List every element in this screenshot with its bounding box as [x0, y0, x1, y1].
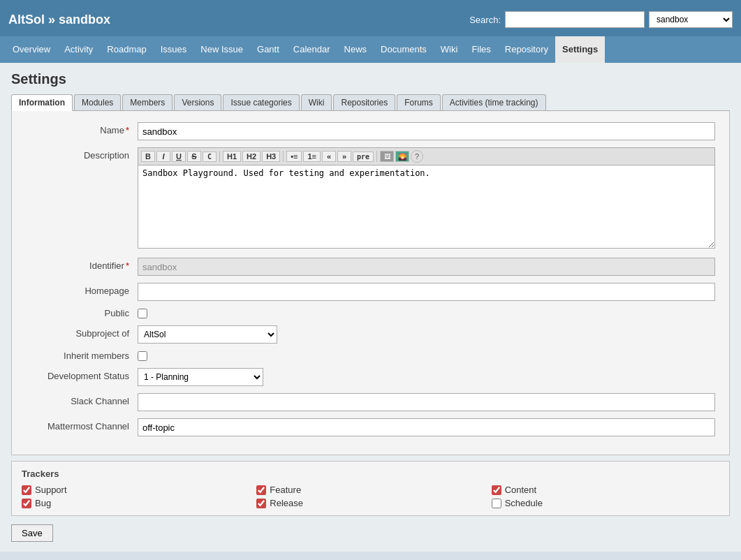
- homepage-row: Homepage: [26, 283, 715, 301]
- tracker-content-checkbox[interactable]: [492, 485, 501, 495]
- name-field: [138, 122, 715, 140]
- subproject-select[interactable]: AltSol: [138, 325, 277, 344]
- ol-button[interactable]: 1≡: [303, 151, 321, 162]
- tracker-release-label: Release: [270, 498, 303, 508]
- description-textarea[interactable]: Sandbox Playground. Used for testing and…: [138, 165, 715, 249]
- separator-1: [219, 151, 220, 162]
- tab-versions[interactable]: Versions: [174, 94, 221, 110]
- public-row: Public: [26, 308, 715, 318]
- image-icon[interactable]: 🖼: [380, 151, 394, 162]
- mattermost-input[interactable]: [138, 418, 715, 436]
- identifier-input: [138, 258, 715, 276]
- nav-item-repository[interactable]: Repository: [498, 36, 555, 63]
- underline-button[interactable]: U: [172, 151, 186, 162]
- slack-label: Slack Channel: [26, 393, 138, 406]
- main-nav: OverviewActivityRoadmapIssuesNew IssueGa…: [0, 36, 741, 63]
- tracker-content: Content: [492, 485, 719, 495]
- separator-2: [283, 151, 284, 162]
- h1-button[interactable]: H1: [223, 151, 241, 162]
- description-row: Description B I U S C H1 H2 H3 •≡: [26, 147, 715, 251]
- public-checkbox[interactable]: [138, 309, 147, 318]
- subproject-field: AltSol: [138, 325, 715, 344]
- help-button[interactable]: ?: [411, 150, 423, 163]
- slack-row: Slack Channel: [26, 393, 715, 411]
- trackers-section: Trackers Support Bug: [11, 461, 730, 516]
- tracker-bug-label: Bug: [35, 498, 51, 508]
- search-input[interactable]: [505, 11, 645, 28]
- tab-issue-categories[interactable]: Issue categories: [223, 94, 299, 110]
- nav-item-roadmap[interactable]: Roadmap: [100, 36, 153, 63]
- public-label: Public: [26, 308, 138, 318]
- save-area: Save: [11, 524, 730, 542]
- name-label: Name*: [26, 122, 138, 135]
- trackers-title: Trackers: [22, 469, 719, 479]
- nav-item-settings[interactable]: Settings: [555, 36, 605, 63]
- tracker-feature-label: Feature: [270, 485, 301, 495]
- h3-button[interactable]: H3: [262, 151, 280, 162]
- bold-button[interactable]: B: [141, 151, 155, 162]
- form-panel: Name* Description B I U S C: [11, 111, 730, 455]
- tracker-support-checkbox[interactable]: [22, 485, 31, 495]
- mattermost-field: [138, 418, 715, 436]
- blockquote-right-button[interactable]: »: [337, 151, 351, 162]
- tracker-bug-checkbox[interactable]: [22, 499, 31, 508]
- save-button[interactable]: Save: [11, 524, 53, 542]
- name-input[interactable]: [138, 122, 715, 140]
- nav-item-overview[interactable]: Overview: [6, 36, 57, 63]
- image2-icon[interactable]: 🌄: [395, 151, 409, 162]
- dev-status-select[interactable]: 1 - Planning: [138, 368, 263, 386]
- ul-button[interactable]: •≡: [286, 151, 302, 162]
- homepage-input[interactable]: [138, 283, 715, 301]
- tracker-schedule-checkbox[interactable]: [492, 499, 501, 508]
- slack-field: [138, 393, 715, 411]
- trackers-grid: Support Bug Feature Release: [22, 485, 719, 508]
- tracker-schedule: Schedule: [492, 498, 719, 508]
- strikethrough-button[interactable]: S: [187, 151, 201, 162]
- pre-button[interactable]: pre: [353, 152, 374, 162]
- dev-status-row: Development Status 1 - Planning: [26, 368, 715, 386]
- slack-input[interactable]: [138, 393, 715, 411]
- tracker-release-checkbox[interactable]: [256, 499, 266, 508]
- nav-item-activity[interactable]: Activity: [57, 36, 100, 63]
- nav-item-new-issue[interactable]: New Issue: [193, 36, 250, 63]
- dev-status-label: Development Status: [26, 368, 138, 381]
- description-label: Description: [26, 147, 138, 161]
- inherit-members-label: Inherit members: [26, 351, 138, 361]
- nav-item-news[interactable]: News: [337, 36, 374, 63]
- tab-forums[interactable]: Forums: [397, 94, 441, 110]
- description-field: B I U S C H1 H2 H3 •≡ 1≡ « » p: [138, 147, 715, 251]
- tab-activities-(time-tracking)[interactable]: Activities (time tracking): [442, 94, 546, 110]
- dev-status-field: 1 - Planning: [138, 368, 715, 386]
- italic-button[interactable]: I: [156, 151, 170, 162]
- tab-repositories[interactable]: Repositories: [333, 94, 395, 110]
- identifier-label: Identifier*: [26, 258, 138, 271]
- tab-members[interactable]: Members: [122, 94, 173, 110]
- editor-toolbar: B I U S C H1 H2 H3 •≡ 1≡ « » p: [138, 147, 715, 165]
- tab-information[interactable]: Information: [11, 94, 73, 111]
- subproject-row: Subproject of AltSol: [26, 325, 715, 344]
- page-title: Settings: [11, 71, 730, 87]
- tracker-feature-checkbox[interactable]: [256, 485, 266, 495]
- name-row: Name*: [26, 122, 715, 140]
- nav-item-wiki[interactable]: Wiki: [434, 36, 465, 63]
- tracker-support-label: Support: [35, 485, 67, 495]
- mattermost-label: Mattermost Channel: [26, 418, 138, 432]
- inherit-members-checkbox[interactable]: [138, 351, 147, 361]
- mattermost-row: Mattermost Channel: [26, 418, 715, 436]
- search-scope-select[interactable]: sandbox: [649, 11, 733, 28]
- nav-item-calendar[interactable]: Calendar: [286, 36, 337, 63]
- blockquote-left-button[interactable]: «: [322, 151, 336, 162]
- tab-modules[interactable]: Modules: [74, 94, 121, 110]
- homepage-label: Homepage: [26, 283, 138, 296]
- tracker-schedule-label: Schedule: [505, 498, 543, 508]
- nav-item-gantt[interactable]: Gantt: [250, 36, 286, 63]
- separator-3: [376, 151, 377, 162]
- logo: AltSol » sandbox: [8, 13, 110, 27]
- code-button[interactable]: C: [203, 152, 217, 162]
- tab-wiki[interactable]: Wiki: [301, 94, 332, 110]
- identifier-field: [138, 258, 715, 276]
- nav-item-issues[interactable]: Issues: [154, 36, 194, 63]
- nav-item-documents[interactable]: Documents: [374, 36, 434, 63]
- h2-button[interactable]: H2: [242, 151, 261, 162]
- nav-item-files[interactable]: Files: [464, 36, 497, 63]
